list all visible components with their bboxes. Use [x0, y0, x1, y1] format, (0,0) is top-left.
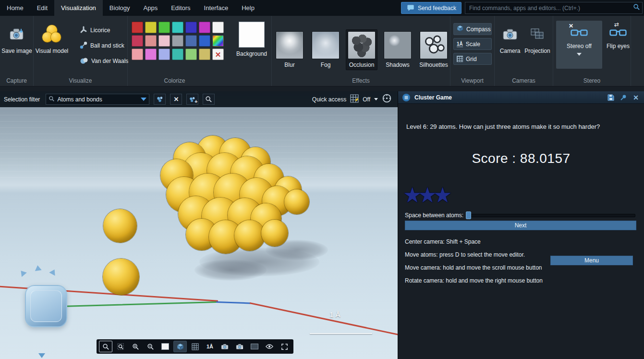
color-swatch[interactable] [158, 49, 170, 60]
filter-dropdown-caret[interactable] [141, 98, 146, 101]
atom-sphere[interactable] [234, 220, 265, 251]
save-image-button[interactable]: Save image [1, 23, 33, 54]
color-swatch[interactable] [145, 49, 157, 60]
color-swatch[interactable] [185, 22, 197, 33]
color-swatch[interactable] [172, 22, 183, 33]
quick-access-group: Quick access Off [312, 93, 392, 105]
menu-item-editors[interactable]: Editors [164, 0, 197, 16]
van-der-waals-button[interactable]: Van der Waals [80, 56, 128, 66]
projection-button[interactable]: Projection [523, 23, 551, 54]
menu-item-interface[interactable]: Interface [197, 0, 235, 16]
color-swatch[interactable] [212, 22, 224, 33]
atom-sphere[interactable] [261, 220, 288, 247]
effect-blur-button[interactable]: Blur [274, 29, 305, 70]
viewport-3d[interactable]: 1 Å Selection filter Atoms and bonds ✕ + [0, 91, 398, 359]
grid-toggle-button[interactable] [188, 341, 202, 352]
camera-button[interactable]: Camera [498, 23, 522, 54]
ball-and-stick-button[interactable]: Ball and stick [80, 41, 124, 50]
atom-spacing-slider[interactable] [466, 214, 635, 217]
scale-toggle-button[interactable]: 1Å [203, 341, 217, 352]
color-swatch[interactable] [132, 22, 143, 33]
star-rating: ★★★ [403, 185, 448, 206]
compass-toggle-button[interactable]: Compass [453, 23, 492, 35]
menu-item-visualization[interactable]: Visualization [54, 0, 103, 16]
pin-icon[interactable] [619, 93, 628, 102]
selection-filter-label: Selection filter [4, 96, 40, 103]
menu-button[interactable]: Menu [550, 256, 633, 265]
rotate-arrow-icon[interactable] [34, 265, 41, 271]
quick-access-caret[interactable] [374, 98, 378, 100]
ribbon-section-viewport: Compass 1Å Scale Grid Viewport [450, 16, 495, 86]
view-dial-icon[interactable] [382, 93, 392, 105]
background-color-button[interactable] [158, 341, 172, 352]
zoom-region-button[interactable] [114, 341, 127, 352]
color-swatch[interactable] [185, 35, 197, 47]
zoom-in-button[interactable] [129, 341, 142, 352]
compass-toggle-button[interactable] [173, 341, 187, 352]
navigation-cube[interactable] [25, 285, 67, 327]
menu-item-home[interactable]: Home [0, 0, 30, 16]
color-swatch[interactable] [212, 35, 224, 47]
color-swatch[interactable] [172, 35, 183, 47]
app-menu-icon[interactable] [402, 93, 411, 102]
color-swatch[interactable] [145, 22, 157, 33]
grid-toggle-button[interactable]: Grid [453, 53, 492, 65]
color-swatch[interactable] [158, 35, 170, 47]
effect-blur-preview [276, 31, 304, 59]
effect-shadows-button[interactable]: Shadows [382, 29, 413, 70]
effect-silhouettes-button[interactable]: Silhouettes [418, 29, 450, 70]
selection-filter-dropdown[interactable]: Atoms and bonds [46, 94, 149, 105]
add-to-selection-button[interactable]: + [186, 94, 198, 105]
zoom-out-button[interactable] [144, 341, 157, 352]
atom-sphere[interactable] [284, 189, 309, 214]
stereo-dropdown-caret[interactable] [577, 53, 582, 56]
expand-button[interactable] [278, 341, 291, 352]
scale-toggle-button[interactable]: 1Å Scale [453, 38, 492, 50]
grid-edit-icon[interactable] [350, 94, 359, 105]
visibility-button[interactable] [263, 341, 276, 352]
zoom-fit-button[interactable] [99, 341, 112, 352]
color-swatch[interactable] [199, 22, 210, 33]
color-swatch[interactable] [145, 35, 157, 47]
menu-item-help[interactable]: Help [235, 0, 261, 16]
save-icon[interactable] [607, 93, 615, 102]
send-feedback-button[interactable]: Send feedback [401, 2, 462, 14]
navigation-cube-face[interactable] [30, 290, 62, 322]
atom-spacing-slider-handle[interactable] [466, 211, 471, 219]
camera-view-button[interactable] [218, 341, 231, 352]
atom-sphere[interactable] [103, 259, 139, 295]
stereo-off-button[interactable]: ✕ Stereo off [556, 21, 602, 69]
menu-item-edit[interactable]: Edit [30, 0, 54, 16]
zoom-selection-button[interactable] [203, 94, 215, 105]
background-color-button[interactable]: Background [234, 22, 269, 57]
section-label-stereo: Stereo [553, 77, 631, 84]
color-swatch[interactable]: ✕ [212, 49, 224, 60]
color-swatch[interactable] [132, 49, 143, 60]
menu-item-biology[interactable]: Biology [103, 0, 137, 16]
color-swatch[interactable] [185, 49, 197, 60]
fullscreen-view-button[interactable] [248, 341, 261, 352]
atom-spacing-label: Space between atoms: [405, 212, 463, 219]
command-search-input[interactable] [465, 5, 633, 12]
atom-sphere[interactable] [103, 209, 137, 243]
rotate-arrow-icon[interactable] [18, 269, 27, 277]
color-swatch[interactable] [172, 49, 183, 60]
search-icon[interactable] [633, 3, 640, 12]
color-swatch[interactable] [199, 49, 210, 60]
select-atoms-button[interactable] [154, 94, 166, 105]
rotate-arrow-down-icon[interactable] [38, 353, 45, 358]
color-swatch[interactable] [199, 35, 210, 47]
licorice-button[interactable]: Licorice [80, 25, 110, 35]
visual-model-button[interactable]: Visual model [36, 23, 68, 54]
menu-item-apps[interactable]: Apps [137, 0, 165, 16]
next-button[interactable]: Next [405, 221, 636, 230]
flip-eyes-button[interactable]: ⇄ Flip eyes [605, 21, 631, 69]
camera-track-button[interactable] [233, 341, 246, 352]
close-icon[interactable]: ✕ [632, 93, 640, 102]
deselect-button[interactable]: ✕ [170, 94, 182, 105]
effect-fog-button[interactable]: Fog [310, 29, 341, 70]
color-swatch[interactable] [132, 35, 143, 47]
color-swatch[interactable] [158, 22, 170, 33]
effect-occlusion-button[interactable]: Occlusion [346, 29, 377, 70]
rotate-arrow-icon[interactable] [49, 268, 58, 275]
